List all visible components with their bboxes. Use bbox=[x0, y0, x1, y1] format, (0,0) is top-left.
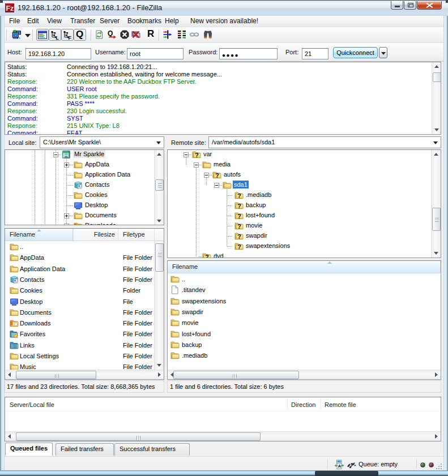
svg-text:A: A bbox=[338, 464, 342, 469]
svg-text:F: F bbox=[69, 35, 71, 40]
svg-text:Fz: Fz bbox=[6, 5, 14, 12]
svg-text:Q: Q bbox=[108, 30, 113, 37]
svg-text:L: L bbox=[56, 35, 59, 40]
